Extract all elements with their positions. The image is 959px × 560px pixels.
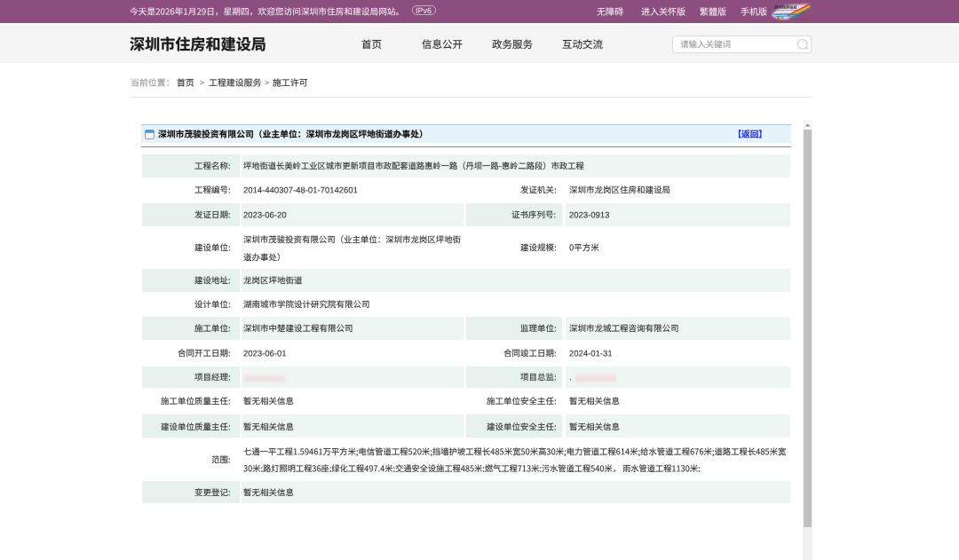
svg-text:SHENZHEN GOVERNMENT ONLINE: SHENZHEN GOVERNMENT ONLINE — [774, 9, 797, 11]
